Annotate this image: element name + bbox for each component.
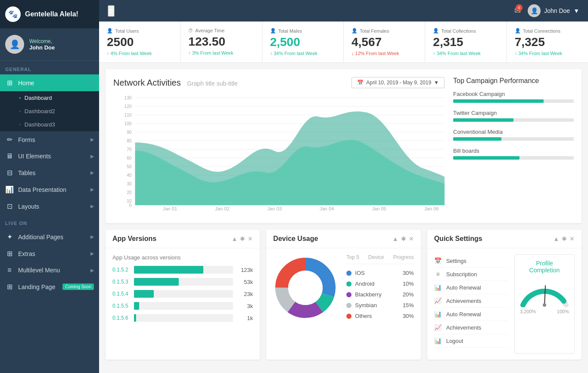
device-usage-panel: Device Usage ▲ ✱ ✕ bbox=[266, 230, 420, 360]
settings-item-4[interactable]: 📊 Auto Renewal bbox=[434, 308, 508, 321]
version-bar-3 bbox=[134, 302, 139, 310]
settings-item-0[interactable]: 📅 Settings bbox=[434, 254, 508, 268]
close-icon-settings[interactable]: ✕ bbox=[569, 235, 575, 242]
sidebar-item-dashboard2[interactable]: Dashboard2 bbox=[0, 105, 99, 118]
up-arrow-1: ↑ bbox=[188, 50, 191, 55]
sidebar-item-additional-pages[interactable]: ✦ Additional Pages ▶ bbox=[0, 228, 99, 245]
landing-icon: ⊞ bbox=[5, 283, 14, 291]
stat-total-users: 👤 Total Users 2500 ↑ 4% From last Week bbox=[99, 22, 180, 62]
panel-controls-device: ▲ ✱ ✕ bbox=[392, 235, 414, 242]
stats-bar: 👤 Total Users 2500 ↑ 4% From last Week ⏱… bbox=[99, 22, 588, 63]
sidebar-item-extras[interactable]: ⊞ Extras ▶ bbox=[0, 245, 99, 262]
sidebar-item-tables[interactable]: ⊟ Tables ▶ bbox=[0, 164, 99, 181]
sidebar-item-ui-elements[interactable]: 🖥 UI Elements ▶ bbox=[0, 148, 99, 164]
chevron-right-icon-3: ▶ bbox=[90, 170, 94, 176]
campaign-item-0: Facebook Campaign bbox=[453, 91, 574, 103]
settings-icon-4: 📊 bbox=[434, 311, 442, 318]
extras-icon: ⊞ bbox=[5, 250, 14, 258]
date-range-button[interactable]: 📅 April 10, 2019 - May 9, 2019 ▼ bbox=[352, 77, 445, 88]
device-row-4: Others 30% bbox=[346, 311, 414, 321]
up-icon-versions[interactable]: ▲ bbox=[231, 235, 237, 242]
up-icon-settings[interactable]: ▲ bbox=[553, 235, 559, 242]
campaign-name-1: Twitter Campaign bbox=[453, 110, 574, 116]
settings-item-2[interactable]: 📊 Auto Renewal bbox=[434, 281, 508, 294]
settings-label-2: Auto Renewal bbox=[446, 284, 481, 291]
sidebar-item-dashboard3[interactable]: Dashboard3 bbox=[0, 118, 99, 131]
svg-text:20: 20 bbox=[127, 190, 132, 195]
layouts-icon: ⊡ bbox=[5, 202, 14, 210]
sidebar-layouts-label: Layouts bbox=[18, 203, 39, 210]
stat-label-3: Total Females bbox=[360, 28, 389, 34]
app-versions-panel: App Versions ▲ ✱ ✕ App Usage across vers… bbox=[106, 230, 260, 360]
chevron-right-icon-7: ▶ bbox=[90, 251, 94, 256]
wrench-icon-settings[interactable]: ✱ bbox=[562, 235, 567, 242]
profile-completion-widget: Profile Completion bbox=[514, 254, 575, 354]
quick-settings-header: Quick Settings ▲ ✱ ✕ bbox=[427, 230, 582, 248]
device-dot-3 bbox=[346, 303, 352, 308]
svg-text:Jan 03: Jan 03 bbox=[268, 206, 282, 211]
settings-label-6: Logout bbox=[446, 338, 464, 344]
connections-icon: 👤 bbox=[515, 28, 521, 34]
settings-list-container: 📅 Settings ≡ Subscription 📊 Auto Renewal bbox=[434, 254, 508, 354]
version-label-4: 0.1.5.6 bbox=[112, 315, 130, 321]
campaign-bar-2 bbox=[453, 137, 501, 141]
close-icon-versions[interactable]: ✕ bbox=[248, 235, 253, 242]
stat-label-5: Total Connections bbox=[523, 28, 560, 34]
notifications-button[interactable]: ✉ 6 bbox=[514, 6, 521, 15]
user-menu[interactable]: 👤 John Doe ▼ bbox=[528, 4, 579, 17]
settings-item-1[interactable]: ≡ Subscription bbox=[434, 268, 508, 281]
user-info: Welcome, John Doe bbox=[29, 38, 55, 51]
settings-item-6[interactable]: 📊 Logout bbox=[434, 334, 508, 348]
sidebar-item-multilevel[interactable]: ≡ Multilevel Menu ▶ bbox=[0, 262, 99, 278]
wrench-icon-versions[interactable]: ✱ bbox=[240, 235, 245, 242]
device-pct-3: 15% bbox=[403, 302, 414, 308]
sidebar-username: John Doe bbox=[29, 44, 55, 51]
svg-text:Jan 02: Jan 02 bbox=[215, 206, 229, 211]
quick-settings-panel: Quick Settings ▲ ✱ ✕ 📅 Settings bbox=[427, 230, 582, 360]
up-arrow-0: ↑ bbox=[107, 51, 109, 56]
sidebar-item-dashboard[interactable]: Dashboard bbox=[0, 91, 99, 105]
sidebar-item-forms[interactable]: ✏ Forms ▶ bbox=[0, 131, 99, 148]
topnav-right: ✉ 6 👤 John Doe ▼ bbox=[514, 4, 579, 17]
device-usage-body: Top 5 Device Progress IOS 30% bbox=[266, 248, 420, 327]
settings-item-3[interactable]: 📈 Achievements bbox=[434, 294, 508, 308]
donut-container: Top 5 Device Progress IOS 30% bbox=[273, 254, 414, 321]
version-bar-0 bbox=[134, 266, 203, 274]
stat-value-3: 4,567 bbox=[352, 35, 417, 49]
svg-text:Jan 06: Jan 06 bbox=[424, 206, 439, 211]
wrench-icon-device[interactable]: ✱ bbox=[401, 235, 406, 242]
sidebar: 🐾 Gentelella Alela! 👤 Welcome, John Doe … bbox=[0, 0, 99, 373]
stat-value-0: 2500 bbox=[107, 35, 172, 49]
progress-col-label: Progress bbox=[393, 254, 414, 260]
sidebar-item-layouts[interactable]: ⊡ Layouts ▶ bbox=[0, 198, 99, 215]
down-arrow-3: ↓ bbox=[352, 51, 354, 56]
sidebar-multilevel-label: Multilevel Menu bbox=[18, 267, 60, 274]
page-content: 👤 Total Users 2500 ↑ 4% From last Week ⏱… bbox=[99, 22, 588, 373]
section-label-general: GENERAL bbox=[0, 61, 99, 74]
stat-value-1: 123.50 bbox=[188, 35, 254, 49]
chevron-down-icon: ▼ bbox=[89, 80, 94, 86]
sidebar-item-data-presentation[interactable]: 📊 Data Presentation ▶ bbox=[0, 181, 99, 198]
sidebar-item-landing[interactable]: ⊞ Landing Page Coming Soon bbox=[0, 278, 99, 295]
campaign-title: Top Campaign Performance bbox=[453, 77, 574, 85]
sidebar-landing-label: Landing Page bbox=[18, 284, 55, 290]
sidebar-data-label: Data Presentation bbox=[18, 186, 66, 193]
version-label-3: 0.1.5.5 bbox=[112, 303, 130, 309]
hamburger-button[interactable]: ≡ bbox=[108, 5, 115, 17]
up-icon-device[interactable]: ▲ bbox=[392, 235, 398, 242]
version-label-1: 0.1.5.3 bbox=[112, 279, 130, 285]
settings-icon-1: ≡ bbox=[434, 271, 442, 277]
app-usage-label: App Usage across versions bbox=[112, 254, 253, 261]
stat-value-2: 2,500 bbox=[270, 35, 336, 49]
gauge-chart bbox=[519, 277, 570, 307]
users-icon: 👤 bbox=[107, 28, 113, 34]
version-row-1: 0.1.5.3 53k bbox=[112, 278, 253, 286]
svg-point-40 bbox=[543, 303, 546, 307]
sidebar-item-home[interactable]: ⊞ Home ▼ bbox=[0, 74, 99, 91]
device-pct-0: 30% bbox=[403, 270, 414, 276]
section-label-live: LIVE ON bbox=[0, 215, 99, 228]
close-icon-device[interactable]: ✕ bbox=[409, 235, 414, 242]
settings-item-5[interactable]: 📈 Achievements bbox=[434, 321, 508, 334]
stat-change-5: ↑ 34% From last Week bbox=[515, 51, 580, 56]
device-row-0: IOS 30% bbox=[346, 268, 414, 278]
